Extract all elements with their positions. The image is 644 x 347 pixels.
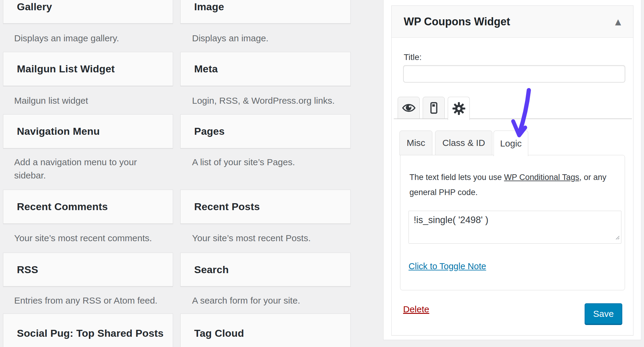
- mobile-device-icon: [427, 101, 440, 115]
- widget-card-pages[interactable]: Pages: [180, 114, 351, 148]
- widget-desc-search: A search form for your site.: [192, 294, 349, 307]
- logic-help-text-start: The text field lets you use: [409, 173, 504, 182]
- widget-card-mailgun[interactable]: Mailgun List Widget: [3, 52, 173, 86]
- widget-desc-recent-comments: Your site’s most recent comments.: [14, 232, 171, 245]
- widget-card-title: Tag Cloud: [194, 327, 244, 339]
- widget-card-tag-cloud[interactable]: Tag Cloud: [180, 314, 351, 347]
- widget-card-search[interactable]: Search: [180, 253, 351, 286]
- toggle-note-link[interactable]: Click to Toggle Note: [409, 261, 486, 271]
- tab-settings[interactable]: [448, 97, 470, 120]
- save-button[interactable]: Save: [585, 303, 622, 324]
- widget-card-title: Mailgun List Widget: [17, 63, 115, 75]
- tab-mobile[interactable]: [423, 97, 445, 119]
- widget-card-title: Social Pug: Top Shared Posts: [17, 327, 164, 339]
- widget-card-title: Pages: [194, 125, 225, 137]
- widget-desc-recent-posts: Your site’s most recent Posts.: [192, 232, 349, 245]
- tab-misc-label: Misc: [407, 138, 425, 148]
- logic-help-text: The text field lets you use WP Condition…: [409, 170, 620, 200]
- collapse-toggle-icon[interactable]: ▲: [615, 17, 621, 26]
- wordpress-widgets-screen: Gallery Image Displays an image gallery.…: [0, 0, 644, 347]
- wp-conditional-tags-link[interactable]: WP Conditional Tags: [504, 173, 579, 182]
- gear-settings-icon: [452, 101, 466, 116]
- eye-visibility-icon: [402, 101, 416, 115]
- widget-card-meta[interactable]: Meta: [180, 52, 351, 86]
- widget-card-title: Search: [194, 264, 229, 276]
- wp-coupons-widget-box: WP Coupons Widget ▲ Title:: [391, 5, 633, 336]
- sidebar-widgets-column: WP Coupons Widget ▲ Title:: [383, 0, 641, 340]
- widget-card-title: Recent Comments: [17, 201, 108, 213]
- widget-desc-gallery: Displays an image gallery.: [14, 32, 171, 45]
- widget-card-recent-comments[interactable]: Recent Comments: [3, 190, 173, 224]
- widget-card-title: Recent Posts: [194, 201, 260, 213]
- logic-code-textarea[interactable]: !is_single( '2498' ): [409, 211, 621, 244]
- widget-desc-mailgun: Mailgun list widget: [14, 94, 171, 107]
- widget-card-title: RSS: [17, 264, 38, 276]
- tab-logic-label: Logic: [500, 138, 522, 149]
- widget-title-input[interactable]: [403, 65, 625, 83]
- widget-card-title: Meta: [194, 63, 218, 75]
- tab-visibility[interactable]: [398, 97, 420, 119]
- logic-code-field-wrap: !is_single( '2498' ): [409, 211, 621, 244]
- widget-card-title: Gallery: [17, 1, 52, 13]
- widget-card-social-pug[interactable]: Social Pug: Top Shared Posts: [3, 314, 173, 347]
- resize-grip-icon[interactable]: [615, 235, 620, 241]
- save-button-label: Save: [593, 309, 614, 319]
- widget-desc-pages: A list of your site’s Pages.: [192, 156, 349, 169]
- widget-card-gallery[interactable]: Gallery: [3, 0, 173, 24]
- widget-card-title: Image: [194, 1, 224, 13]
- tab-misc[interactable]: Misc: [399, 131, 432, 155]
- logic-tab-panel: The text field lets you use WP Condition…: [400, 155, 625, 290]
- widget-desc-meta: Login, RSS, & WordPress.org links.: [192, 94, 349, 107]
- widget-card-recent-posts[interactable]: Recent Posts: [180, 190, 351, 224]
- tab-class-id[interactable]: Class & ID: [435, 131, 492, 155]
- widget-desc-rss: Entries from any RSS or Atom feed.: [14, 294, 171, 307]
- delete-link[interactable]: Delete: [403, 304, 429, 314]
- widget-card-rss[interactable]: RSS: [3, 253, 173, 286]
- widget-desc-image: Displays an image.: [192, 32, 349, 45]
- widget-card-image[interactable]: Image: [180, 0, 351, 24]
- widget-header[interactable]: WP Coupons Widget ▲: [392, 6, 633, 38]
- widget-card-title: Navigation Menu: [17, 125, 100, 137]
- widget-desc-navigation-menu: Add a navigation menu to your sidebar.: [14, 156, 156, 182]
- widget-card-navigation-menu[interactable]: Navigation Menu: [3, 114, 173, 148]
- tab-logic[interactable]: Logic: [494, 131, 528, 156]
- widget-title: WP Coupons Widget: [404, 15, 510, 28]
- tab-class-id-label: Class & ID: [442, 138, 485, 148]
- title-field-label: Title:: [404, 52, 422, 62]
